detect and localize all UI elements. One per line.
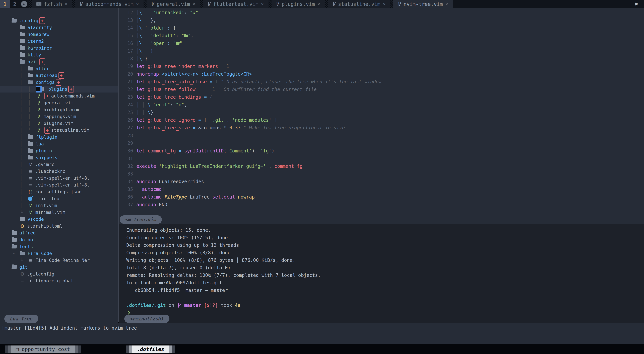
- code-line-28[interactable]: 28: [119, 132, 644, 139]
- tree-item-snippets[interactable]: │ │ snippets: [0, 154, 118, 161]
- tree-item-.gvimrc[interactable]: │ │ V.gvimrc: [0, 161, 118, 168]
- prompt-chevron-icon[interactable]: [126, 309, 644, 317]
- tree-item-.gitconfig[interactable]: │ ⚙.gitconfig: [0, 271, 118, 277]
- code-line-15[interactable]: 15│\ 'default': "",: [119, 32, 644, 39]
- code-line-33[interactable]: 33: [119, 170, 644, 178]
- tree-item-nvim[interactable]: │ nvim+: [0, 58, 118, 65]
- tree-item-.vim-spell-en.utf-8.[interactable]: │ │ ≡.vim-spell-en.utf-8.: [0, 182, 118, 188]
- code-line-27[interactable]: 27let g:lua_tree_size = &columns * 0.33 …: [119, 124, 644, 132]
- code-line-21[interactable]: 21let g:lua_tree_auto_close = 1 " 0 by d…: [119, 78, 644, 85]
- tree-item-lua[interactable]: │ │ lua: [0, 140, 118, 147]
- tree-item-.vim-spell-en.utf-8.[interactable]: │ │ ≡.vim-spell-en.utf-8.: [0, 175, 118, 182]
- tree-item-mappings.vim[interactable]: │ │ │ Vmappings.vim: [0, 113, 118, 120]
- code-line-20[interactable]: 20nnoremap <silent><c-n> :LuaTreeToggle<…: [119, 70, 644, 78]
- tmux-window-opportunity-cost[interactable]: □ opportunity_cost: [5, 346, 81, 353]
- tree-item-configs[interactable]: │ │ configs+: [0, 79, 118, 86]
- buffer-close-icon[interactable]: ×: [192, 1, 195, 7]
- code-line-26[interactable]: 26let g:lua_tree_ignore = [ '.git', 'nod…: [119, 116, 644, 124]
- code-line-13[interactable]: 13│\ },: [119, 16, 644, 24]
- tree-item-alfred[interactable]: alfred: [0, 229, 118, 236]
- code-editor[interactable]: 12│\ 'untracked': "★"13│\ },14│\ 'folder…: [119, 8, 644, 225]
- close-all-icon[interactable]: ✖: [629, 0, 644, 8]
- buffer-tab-statusline.vim[interactable]: Vstatusline.vim×: [328, 0, 390, 8]
- buffer-close-icon[interactable]: ×: [383, 1, 386, 7]
- buffer-tab-plugins.vim[interactable]: Vplugins.vim×: [272, 0, 325, 8]
- buffer-tab-general.vim[interactable]: Vgeneral.vim×: [146, 0, 200, 8]
- tree-item-alacritty[interactable]: │ alacritty: [0, 24, 118, 31]
- code-line-19[interactable]: 19let g:lua_tree_indent_markers = 1: [119, 62, 644, 70]
- code-line-37[interactable]: 37augroup END: [119, 201, 644, 208]
- code-line-24[interactable]: 24│ │ \ "edit": "o",: [119, 101, 644, 108]
- code-line-25[interactable]: 25│ │ \}: [119, 108, 644, 116]
- git-unstaged-plus-icon: +: [56, 79, 61, 86]
- folder-open-icon: [20, 252, 25, 255]
- tree-item-Fira-Code[interactable]: └ Fira Code: [0, 250, 118, 257]
- tree-item-git[interactable]: git: [0, 264, 118, 271]
- tree-item-Fira-Code-Retina-Ner[interactable]: │ └ ≡Fira Code Retina Ner: [0, 257, 118, 264]
- code-line-17[interactable]: 17│\ }: [119, 47, 644, 55]
- tree-item-label: dotbot: [20, 237, 36, 242]
- tabpage-1-indicator[interactable]: 1: [0, 0, 10, 8]
- code-line-35[interactable]: 35 autocmd!: [119, 185, 644, 193]
- tree-item-kitty[interactable]: │ kitty: [0, 51, 118, 58]
- terminal-pane[interactable]: Enumerating objects: 15, done.Counting o…: [119, 224, 644, 326]
- buffer-tab-fluttertest.vim[interactable]: Vfluttertest.vim×: [203, 0, 268, 8]
- tabpage-2-indicator[interactable]: 2: [10, 0, 20, 8]
- tree-item-homebrew[interactable]: │ homebrew: [0, 31, 118, 38]
- buffer-close-icon[interactable]: ×: [261, 1, 264, 7]
- tree-item-plugins.vim[interactable]: │ │ │ Vplugins.vim: [0, 120, 118, 127]
- tree-item-dotbot[interactable]: dotbot: [0, 236, 118, 243]
- tree-item-..[interactable]: ..: [0, 10, 118, 17]
- tmux-window-dotfiles[interactable]: .dotfiles: [126, 346, 175, 353]
- tree-item-general.vim[interactable]: │ │ │ Vgeneral.vim: [0, 99, 118, 106]
- code-line-23[interactable]: 23let g:lua_tree_bindings = {: [119, 93, 644, 101]
- tree-item-karabiner[interactable]: │ karabiner: [0, 44, 118, 51]
- tree-item-.config[interactable]: .config+: [0, 17, 118, 24]
- code-line-16[interactable]: 16│\ 'open': "": [119, 39, 644, 47]
- tree-item-autocommands.vim[interactable]: │ │ │ V+autocommands.vim: [0, 92, 118, 99]
- buffer-tab-label: statusline.vim: [338, 1, 380, 7]
- tree-item-init.lua[interactable]: │ │ init.lua: [0, 195, 118, 202]
- git-unstaged-plus-icon: +: [58, 72, 64, 79]
- tree-item-vscode[interactable]: │ vscode: [0, 216, 118, 223]
- tree-item-coc-settings.json[interactable]: │ │ {}coc-settings.json: [0, 188, 118, 195]
- buffer-tab-nvim-tree.vim[interactable]: Vnvim-tree.vim×: [393, 0, 453, 8]
- tree-item-fonts[interactable]: fonts: [0, 243, 118, 250]
- folder-open-icon: [12, 265, 17, 269]
- tree-item-minimal.vim[interactable]: │ └ Vminimal.vim: [0, 209, 118, 216]
- line-number: 13: [119, 17, 136, 23]
- tree-item-highlight.vim[interactable]: │ │ │ Vhighlight.vim: [0, 106, 118, 113]
- git-unstaged-plus-icon: +: [40, 58, 45, 65]
- code-line-32[interactable]: 32execute 'highlight LuaTreeIndentMarker…: [119, 162, 644, 170]
- code-line-29[interactable]: 29: [119, 139, 644, 147]
- buffer-tab-autocommands.vim[interactable]: Vautocommands.vim×: [75, 0, 144, 8]
- tree-item-plugin[interactable]: │ │ plugin: [0, 147, 118, 154]
- code-line-30[interactable]: 30let comment_fg = synIDattr(hlID('Comme…: [119, 147, 644, 155]
- buffer-close-icon[interactable]: ×: [64, 1, 67, 7]
- back-arrow-icon[interactable]: ←: [21, 1, 27, 7]
- code-line-14[interactable]: 14│\ 'folder': {: [119, 24, 644, 32]
- code-line-12[interactable]: 12│\ 'untracked': "★": [119, 9, 644, 16]
- tree-item-.luacheckrc[interactable]: │ │ ≡.luacheckrc: [0, 168, 118, 175]
- code-line-18[interactable]: 18│\ }: [119, 55, 644, 62]
- buffer-close-icon[interactable]: ×: [136, 1, 139, 7]
- tree-item-iterm2[interactable]: │ iterm2: [0, 38, 118, 44]
- tree-item-after[interactable]: │ │ after: [0, 65, 118, 72]
- vim-green-icon: V: [36, 100, 41, 106]
- code-line-31[interactable]: 31: [119, 155, 644, 162]
- code-line-36[interactable]: 36 autocmd FileType LuaTree setlocal now…: [119, 193, 644, 201]
- folder-icon: [12, 231, 17, 235]
- buffer-close-icon[interactable]: ×: [445, 1, 448, 7]
- tree-item-statusline.vim[interactable]: │ │ └ V+statusline.vim: [0, 127, 118, 134]
- buffer-tab-fzf.sh[interactable]: >_fzf.sh×: [32, 0, 72, 8]
- tree-item-autoload[interactable]: │ │ autoload+: [0, 72, 118, 79]
- code-line-34[interactable]: 34augroup LuaTreeOverrides: [119, 178, 644, 185]
- tree-item-starship.toml[interactable]: └ ⚙starship.toml: [0, 223, 118, 229]
- code-line-22[interactable]: 22let g:lua_tree_follow = 1 " On bufEnte…: [119, 85, 644, 93]
- tree-item-ftplugin[interactable]: │ │ ftplugin: [0, 134, 118, 140]
- tree-item-.gitignore-global[interactable]: │ ≡.gitignore_global: [0, 277, 118, 284]
- tree-item-label: .gitconfig: [27, 271, 54, 277]
- tree-item-init.vim[interactable]: │ │ Vinit.vim: [0, 202, 118, 209]
- buffer-close-icon[interactable]: ×: [317, 1, 320, 7]
- tree-item-plugins[interactable]: │ │ │ plugins+: [0, 86, 118, 92]
